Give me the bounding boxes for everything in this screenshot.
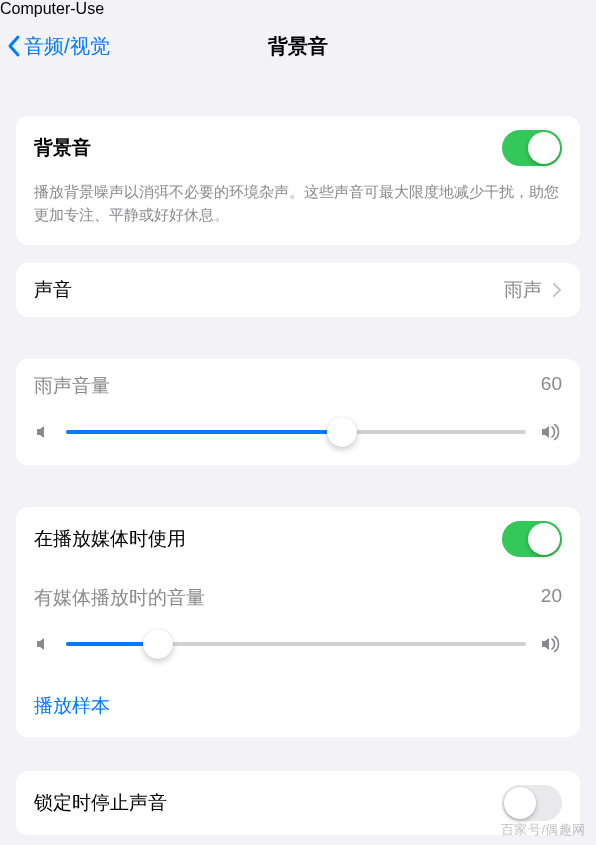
back-label: 音频/视觉 [24,33,110,60]
switch-knob [528,523,560,555]
group-media: 在播放媒体时使用 有媒体播放时的音量 20 [16,507,580,737]
volume-high-icon [540,635,562,653]
lock-note: 启用时，背景音在 iPad 锁定时将会停止。 [16,835,580,846]
switch-use-with-media[interactable] [502,521,562,557]
slider-rain-volume[interactable] [66,417,526,447]
label-rain-volume: 雨声音量 [34,373,110,399]
switch-stop-on-lock[interactable] [502,785,562,821]
label-media-volume: 有媒体播放时的音量 [34,585,205,611]
group-lock: 锁定时停止声音 [16,771,580,835]
back-button[interactable]: 音频/视觉 [6,18,110,74]
slider-thumb[interactable] [143,629,173,659]
group-sound-select: 声音 雨声 [16,263,580,317]
volume-high-icon [540,423,562,441]
row-lock-toggle: 锁定时停止声音 [16,771,580,835]
switch-knob [504,787,536,819]
watermark: 百家号/偶趣网 [501,821,586,839]
volume-low-icon [34,635,52,653]
navigation-bar: 音频/视觉 背景音 [0,18,596,74]
slider-media-volume-block: 有媒体播放时的音量 20 [16,571,580,677]
background-sound-description: 播放背景噪声以消弭不必要的环境杂声。这些声音可最大限度地减少干扰，助您更加专注、… [16,180,580,245]
label-stop-on-lock: 锁定时停止声音 [34,790,167,816]
value-rain-volume: 60 [541,373,562,399]
label-background-sound: 背景音 [34,135,91,161]
label-sound: 声音 [34,277,72,303]
slider-media-volume[interactable] [66,629,526,659]
value-sound: 雨声 [504,277,542,303]
chevron-left-icon [6,34,22,58]
switch-knob [528,132,560,164]
play-sample-button[interactable]: 播放样本 [16,677,580,737]
volume-low-icon [34,423,52,441]
row-background-sound-toggle: 背景音 [16,116,580,180]
slider-thumb[interactable] [327,417,357,447]
switch-background-sound[interactable] [502,130,562,166]
group-background-sound: 背景音 播放背景噪声以消弭不必要的环境杂声。这些声音可最大限度地减少干扰，助您更… [16,116,580,245]
row-sound[interactable]: 声音 雨声 [16,263,580,317]
row-media-toggle: 在播放媒体时使用 [16,507,580,571]
value-media-volume: 20 [541,585,562,611]
slider-rain-volume-block: 雨声音量 60 [16,359,580,465]
page-title: 背景音 [268,33,328,60]
chevron-right-icon [552,282,562,298]
label-use-with-media: 在播放媒体时使用 [34,526,186,552]
group-rain-volume: 雨声音量 60 [16,359,580,465]
